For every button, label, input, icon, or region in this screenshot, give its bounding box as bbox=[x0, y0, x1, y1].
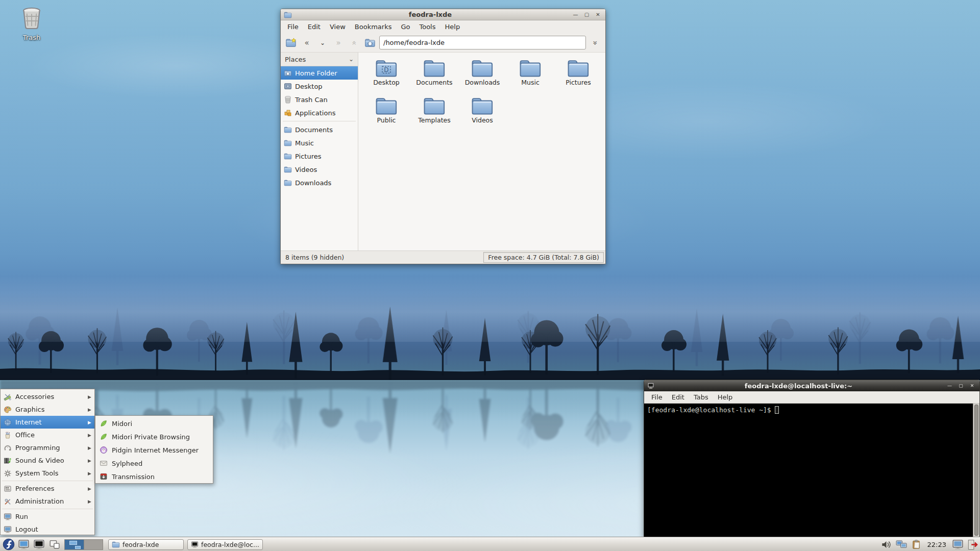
submenu-item-midori[interactable]: Midori bbox=[95, 417, 213, 430]
menu-item-administration[interactable]: Administration ▶ bbox=[1, 495, 94, 508]
submenu-arrow-icon: ▶ bbox=[88, 420, 91, 425]
folder-desktop[interactable]: Desktop bbox=[362, 58, 410, 95]
workspace-1[interactable] bbox=[65, 540, 84, 549]
terminal-menubar: File Edit Tabs Help bbox=[644, 391, 979, 404]
sidebar-item-music[interactable]: Music bbox=[281, 136, 358, 149]
terminal-scrollbar[interactable] bbox=[973, 404, 979, 537]
path-input[interactable] bbox=[379, 36, 586, 49]
menu-item-programming[interactable]: Programming ▶ bbox=[1, 441, 94, 454]
sidebar-item-videos[interactable]: Videos bbox=[281, 163, 358, 176]
new-tab-folder-icon bbox=[285, 38, 297, 47]
minimize-button[interactable]: — bbox=[945, 382, 954, 390]
fedora-logo bbox=[3, 538, 15, 550]
menu-go[interactable]: Go bbox=[396, 21, 414, 32]
menu-help[interactable]: Help bbox=[713, 392, 738, 402]
folder-pictures[interactable]: Pictures bbox=[554, 58, 602, 95]
menu-file[interactable]: File bbox=[283, 21, 303, 32]
sidebar-item-applications[interactable]: Applications bbox=[281, 106, 358, 119]
submenu-arrow-icon: ▶ bbox=[88, 471, 91, 476]
folder-music[interactable]: Music bbox=[506, 58, 554, 95]
file-manager-window[interactable]: feodra-lxde — ▢ ✕ File Edit View Bookmar… bbox=[280, 9, 606, 264]
home-button[interactable] bbox=[363, 36, 377, 49]
sidebar-item-documents[interactable]: Documents bbox=[281, 123, 358, 136]
menu-item-internet[interactable]: Internet ▶ bbox=[1, 416, 94, 429]
folder-view[interactable]: Desktop Documents Downloads Music Pictur… bbox=[358, 53, 605, 251]
submenu-item-sylpheed[interactable]: Sylpheed bbox=[95, 457, 213, 470]
terminal-titlebar[interactable]: feodra-lxde@localhost-live:~ — ▢ ✕ bbox=[644, 380, 979, 391]
folder-icon bbox=[423, 58, 446, 78]
desktop[interactable]: Trash feodra-lxde — ▢ ✕ File Edit View B… bbox=[0, 0, 980, 551]
taskbar-button-file-manager[interactable]: feodra-lxde bbox=[108, 539, 184, 550]
go-jump-icon[interactable]: » bbox=[589, 36, 602, 49]
show-desktop-button[interactable] bbox=[47, 538, 61, 551]
menu-help[interactable]: Help bbox=[440, 21, 465, 32]
menu-item-accessories[interactable]: Accessories ▶ bbox=[1, 390, 94, 403]
start-menu-button[interactable] bbox=[2, 538, 15, 551]
menu-item-system-tools[interactable]: System Tools ▶ bbox=[1, 467, 94, 480]
places-header[interactable]: Places ⌄ bbox=[281, 53, 358, 66]
logout-monitor-icon bbox=[4, 525, 12, 534]
menu-item-graphics[interactable]: Graphics ▶ bbox=[1, 403, 94, 416]
menu-file[interactable]: File bbox=[647, 392, 667, 402]
menu-view[interactable]: View bbox=[325, 21, 350, 32]
terminal-window[interactable]: feodra-lxde@localhost-live:~ — ▢ ✕ File … bbox=[644, 380, 980, 537]
menu-item-logout[interactable]: Logout bbox=[1, 523, 94, 536]
lock-screen-button[interactable] bbox=[951, 538, 964, 550]
folder-documents[interactable]: Documents bbox=[410, 58, 458, 95]
taskbar-clock[interactable]: 22:23 bbox=[927, 541, 946, 548]
network-icon[interactable] bbox=[895, 538, 908, 550]
folder-templates[interactable]: Templates bbox=[410, 95, 458, 133]
lock-screen-monitor-icon bbox=[952, 539, 964, 550]
menu-bookmarks[interactable]: Bookmarks bbox=[350, 21, 397, 32]
maximize-button[interactable]: ▢ bbox=[957, 382, 965, 390]
terminal-launcher[interactable] bbox=[32, 538, 46, 551]
places-sidebar: Places ⌄ Home Folder Desktop Trash Can bbox=[281, 53, 358, 251]
up-icon[interactable]: « bbox=[348, 36, 361, 49]
folder-videos[interactable]: Videos bbox=[458, 95, 506, 133]
file-manager-toolbar: « ⌄ » « » bbox=[281, 33, 605, 53]
menu-edit[interactable]: Edit bbox=[667, 392, 689, 402]
sidebar-item-home-folder[interactable]: Home Folder bbox=[281, 66, 358, 80]
forward-icon[interactable]: » bbox=[332, 36, 345, 49]
submenu-item-pidgin[interactable]: Pidgin Internet Messenger bbox=[95, 443, 213, 457]
folder-icon bbox=[375, 95, 398, 116]
workspace-2[interactable] bbox=[84, 540, 103, 549]
close-button[interactable]: ✕ bbox=[594, 11, 602, 18]
trash-icon bbox=[284, 95, 292, 104]
close-button[interactable]: ✕ bbox=[968, 382, 976, 390]
pager-window bbox=[75, 546, 81, 549]
terminal-cursor bbox=[775, 406, 779, 414]
menu-item-preferences[interactable]: Preferences ▶ bbox=[1, 482, 94, 495]
sidebar-item-downloads[interactable]: Downloads bbox=[281, 176, 358, 189]
back-icon[interactable]: « bbox=[300, 36, 313, 49]
folder-downloads[interactable]: Downloads bbox=[458, 58, 506, 95]
menu-tabs[interactable]: Tabs bbox=[689, 392, 713, 402]
folder-icon bbox=[375, 58, 398, 78]
scrollbar-thumb[interactable] bbox=[974, 405, 978, 536]
menu-item-office[interactable]: Office ▶ bbox=[1, 429, 94, 441]
logout-button[interactable] bbox=[966, 538, 978, 550]
clipboard-icon[interactable] bbox=[910, 538, 922, 550]
menu-item-run[interactable]: Run bbox=[1, 510, 94, 523]
window-folder-icon bbox=[284, 11, 292, 18]
terminal-body[interactable]: [feodra-lxde@localhost-live ~]$ bbox=[644, 404, 979, 537]
taskbar-button-terminal[interactable]: feodra-lxde@loc... bbox=[187, 539, 263, 550]
folder-public[interactable]: Public bbox=[362, 95, 410, 133]
menu-edit[interactable]: Edit bbox=[303, 21, 325, 32]
wallpaper-fog bbox=[0, 276, 980, 342]
menu-item-sound-video[interactable]: Sound & Video ▶ bbox=[1, 454, 94, 467]
submenu-item-midori-private[interactable]: Midori Private Browsing bbox=[95, 430, 213, 443]
maximize-button[interactable]: ▢ bbox=[582, 11, 591, 18]
new-tab-icon[interactable] bbox=[284, 36, 298, 49]
history-dropdown-icon[interactable]: ⌄ bbox=[316, 36, 329, 49]
sidebar-item-trash-can[interactable]: Trash Can bbox=[281, 93, 358, 106]
menu-tools[interactable]: Tools bbox=[414, 21, 440, 32]
file-manager-titlebar[interactable]: feodra-lxde — ▢ ✕ bbox=[281, 9, 605, 20]
desktop-icon-trash[interactable]: Trash bbox=[13, 5, 50, 41]
sidebar-item-desktop[interactable]: Desktop bbox=[281, 80, 358, 93]
submenu-item-transmission[interactable]: Transmission bbox=[95, 470, 213, 483]
minimize-button[interactable]: — bbox=[571, 11, 580, 18]
sidebar-item-pictures[interactable]: Pictures bbox=[281, 149, 358, 163]
file-manager-launcher[interactable] bbox=[17, 538, 31, 551]
volume-icon[interactable] bbox=[880, 538, 893, 550]
